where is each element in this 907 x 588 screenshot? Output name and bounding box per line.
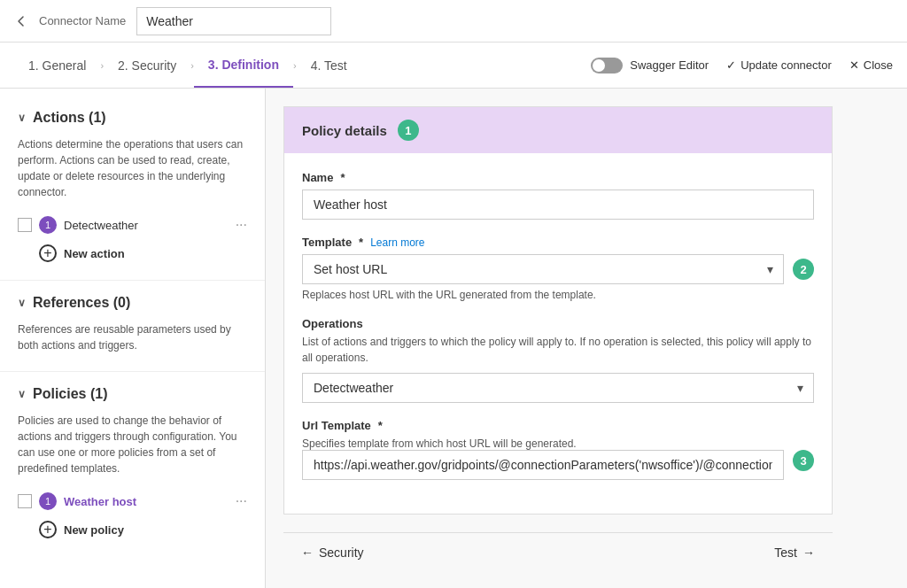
template-select-wrapper: Set host URL [302,254,784,284]
tab-test[interactable]: 4. Test [297,43,361,88]
policy-item-weatherhost[interactable]: 1 Weather host ··· [0,487,265,515]
update-connector-button[interactable]: ✓ Update connector [726,58,832,72]
back-nav-icon: ← [301,545,314,560]
url-step-badge: 3 [793,450,814,471]
connector-name-input[interactable] [136,7,331,35]
url-hint: Specifies template from which host URL w… [302,437,814,450]
operations-desc: List of actions and triggers to which th… [302,334,814,366]
template-hint: Replaces host URL with the URL generated… [302,289,814,301]
main-layout: ∨ Actions (1) Actions determine the oper… [0,89,907,588]
references-section-header[interactable]: ∨ References (0) [0,288,265,318]
back-nav-button[interactable]: ← Security [301,545,364,560]
new-policy-button[interactable]: + New policy [0,515,265,549]
references-chevron-icon: ∨ [18,297,26,309]
nav-tabs: 1. General › 2. Security › 3. Definition… [0,43,907,89]
operations-label: Operations [302,317,814,330]
policies-chevron-icon: ∨ [18,388,26,400]
url-input-row: 3 [302,450,814,480]
weatherhost-badge: 1 [39,492,57,510]
tab-security[interactable]: 2. Security [104,43,190,88]
action-item-detectweather[interactable]: 1 Detectweather ··· [0,211,265,239]
detectweather-checkbox[interactable] [18,218,32,232]
bottom-nav: ← Security Test → [283,532,833,572]
policy-card: Policy details 1 Name * Template [283,106,833,514]
section-divider-1 [0,280,265,281]
policy-card-body: Name * Template * Learn more [284,153,832,514]
content-area: Policy details 1 Name * Template [266,89,907,588]
template-select[interactable]: Set host URL [302,254,784,284]
detectweather-badge: 1 [39,216,57,234]
top-bar: Connector Name [0,0,907,43]
tab-general[interactable]: 1. General [14,43,100,88]
url-template-input[interactable] [302,450,784,480]
name-input[interactable] [302,190,814,220]
policies-header-label: Policies (1) [33,386,107,402]
template-select-row: Set host URL 2 [302,254,814,284]
nav-right-controls: Swagger Editor ✓ Update connector ✕ Clos… [591,58,893,74]
actions-chevron-icon: ∨ [18,112,26,124]
new-action-button[interactable]: + New action [0,239,265,273]
connector-name-label: Connector Name [39,14,126,27]
template-required-star: * [359,236,363,249]
new-action-plus-icon: + [39,244,57,262]
section-divider-2 [0,371,265,372]
weatherhost-more-icon[interactable]: ··· [236,493,247,509]
swagger-switch[interactable] [591,58,623,74]
actions-header-label: Actions (1) [33,110,106,126]
operations-select-wrapper: Detectweather [302,373,814,403]
url-template-field-group: Url Template * Specifies template from w… [302,419,814,480]
forward-nav-icon: → [802,545,815,560]
weatherhost-checkbox[interactable] [18,494,32,508]
name-field-group: Name * [302,171,814,220]
name-required-star: * [340,171,345,184]
forward-nav-button[interactable]: Test → [774,545,815,560]
url-required-star: * [378,419,383,432]
weatherhost-name: Weather host [64,495,229,508]
references-description: References are reusable parameters used … [0,318,265,364]
detectweather-name: Detectweather [64,219,229,232]
x-icon: ✕ [849,58,859,72]
policy-step-badge: 1 [398,120,419,141]
new-policy-plus-icon: + [39,521,57,538]
detectweather-more-icon[interactable]: ··· [236,217,247,233]
operations-select[interactable]: Detectweather [302,373,814,403]
template-field-group: Template * Learn more Set host URL 2 Rep… [302,236,814,301]
name-field-label: Name * [302,171,814,184]
actions-section-header[interactable]: ∨ Actions (1) [0,103,265,133]
template-field-label: Template * Learn more [302,236,814,249]
operations-field-group: Operations List of actions and triggers … [302,317,814,403]
sidebar: ∨ Actions (1) Actions determine the oper… [0,89,266,588]
policy-card-header: Policy details 1 [284,107,832,153]
actions-description: Actions determine the operations that us… [0,133,265,211]
swagger-toggle[interactable]: Swagger Editor [591,58,709,74]
template-learn-more-link[interactable]: Learn more [370,236,424,249]
back-button[interactable] [14,14,28,28]
policies-section-header[interactable]: ∨ Policies (1) [0,379,265,409]
template-step-badge: 2 [793,259,814,280]
tab-definition[interactable]: 3. Definition [194,43,293,88]
policy-title: Policy details [302,123,387,138]
check-icon: ✓ [726,58,736,72]
close-button[interactable]: ✕ Close [849,58,893,72]
policies-description: Policies are used to change the behavior… [0,409,265,487]
references-header-label: References (0) [33,295,130,311]
url-template-label: Url Template * [302,419,814,432]
